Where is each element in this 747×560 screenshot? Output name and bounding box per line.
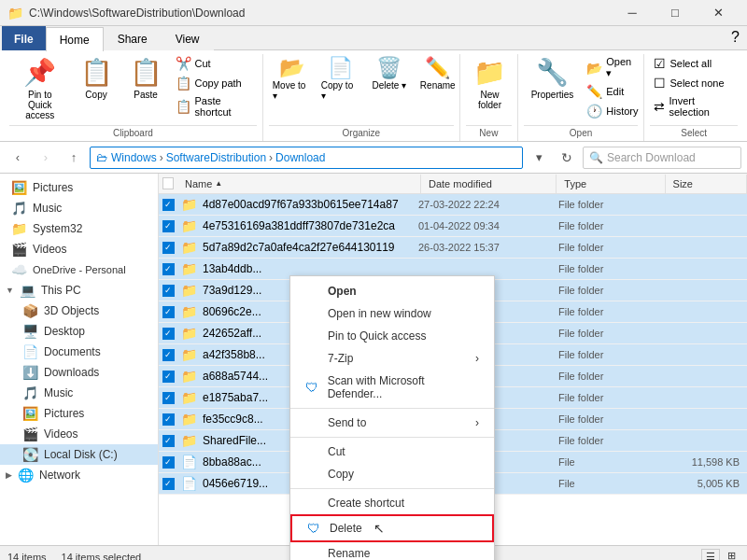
sidebar-label-music2: Music (44, 386, 73, 399)
help-button[interactable]: ? (724, 25, 747, 50)
file-checkbox[interactable]: ✓ (159, 478, 177, 490)
sidebar-item-3dobjects[interactable]: 📦 3D Objects (0, 301, 158, 321)
paste-button[interactable]: 📋 Paste (122, 54, 170, 103)
selectnone-button[interactable]: ☐Select none (650, 74, 738, 92)
sidebar-item-localdisk[interactable]: 💽 Local Disk (C:) (0, 444, 158, 465)
sidebar-item-pictures[interactable]: 🖼️ Pictures (0, 177, 158, 198)
sidebar-item-downloads[interactable]: ⬇️ Downloads (0, 362, 158, 383)
file-type: File folder (551, 325, 663, 342)
sidebar-item-documents[interactable]: 📄 Documents (0, 342, 158, 362)
file-checkbox[interactable]: ✓ (159, 306, 177, 318)
sidebar-item-videos[interactable]: 🎬 Videos (0, 239, 158, 259)
sidebar-item-onedrive[interactable]: ☁️ OneDrive - Personal (0, 259, 158, 280)
sidebar-item-music[interactable]: 🎵 Music (0, 198, 158, 218)
copyto-button[interactable]: 📄 Copy to ▾ (317, 54, 364, 103)
back-button[interactable]: ‹ (6, 146, 30, 170)
path-download[interactable]: Download (275, 151, 325, 164)
tab-home[interactable]: Home (46, 27, 104, 51)
pasteshortcut-button[interactable]: 📋Paste shortcut (172, 93, 257, 119)
ctx-7zip[interactable]: 7-Zip › (290, 347, 494, 370)
ctx-opennewwindow[interactable]: Open in new window (290, 302, 494, 325)
file-checkbox[interactable]: ✓ (159, 242, 177, 254)
file-name: 📁 4d87e00acd97f67a933b0615ee714a87 (177, 194, 411, 215)
file-checkbox[interactable]: ✓ (159, 371, 177, 383)
tab-share[interactable]: Share (104, 26, 162, 50)
context-menu: Open Open in new window Pin to Quick acc… (289, 275, 495, 560)
minimize-button[interactable]: ─ (611, 0, 654, 26)
invertselection-button[interactable]: ⇄Invert selection (650, 93, 738, 119)
properties-button[interactable]: 🔧 Properties (524, 54, 582, 103)
path-windows[interactable]: Windows (111, 151, 157, 164)
ctx-delete[interactable]: 🛡 Delete ↖ (290, 514, 494, 542)
tab-view[interactable]: View (162, 26, 214, 50)
pin-button[interactable]: 📌 Pin to Quickaccess (9, 54, 71, 123)
file-checkbox[interactable]: ✓ (159, 456, 177, 469)
videos-icon: 🎬 (11, 242, 27, 257)
ribbon-group-open: 🔧 Properties 📂Open ▾ ✏️Edit 🕐History Ope… (518, 54, 645, 141)
path-softwaredistribution[interactable]: SoftwareDistribution (166, 151, 266, 164)
search-box[interactable]: 🔍 Search Download (583, 147, 741, 169)
copypath-button[interactable]: 📋Copy path (172, 74, 257, 92)
maximize-button[interactable]: □ (654, 0, 697, 26)
file-type-icon: 📁 (181, 369, 197, 384)
sidebar-item-system32[interactable]: 📁 System32 (0, 218, 158, 239)
file-checkbox[interactable]: ✓ (159, 413, 177, 426)
forward-button[interactable]: › (34, 146, 58, 170)
file-checkbox[interactable]: ✓ (159, 263, 177, 275)
ctx-copy[interactable]: Copy (290, 463, 494, 485)
ctx-rename[interactable]: Rename (290, 542, 494, 560)
sidebar-item-videos2[interactable]: 🎬 Videos (0, 424, 158, 444)
ctx-createshortcut[interactable]: Create shortcut (290, 492, 494, 514)
close-button[interactable]: ✕ (697, 0, 740, 26)
large-icons-button[interactable]: ⊞ (724, 549, 740, 560)
file-row[interactable]: ✓ 📁 5d7a89d2c7a0afe4ca2f27e644130119 26-… (159, 237, 747, 259)
file-type-icon: 📁 (181, 304, 197, 319)
select-all-checkbox[interactable]: ✓ (162, 177, 174, 189)
col-date[interactable]: Date modified (421, 175, 557, 193)
file-row[interactable]: ✓ 📁 4d87e00acd97f67a933b0615ee714a87 27-… (159, 194, 747, 216)
newfolder-button[interactable]: 📁 Newfolder (466, 54, 514, 113)
file-size (663, 330, 747, 336)
file-checkbox[interactable]: ✓ (159, 392, 177, 404)
file-type-icon: 📄 (181, 455, 197, 469)
col-size[interactable]: Size (666, 175, 747, 193)
ctx-7zip-arrow: › (475, 352, 479, 365)
refresh-button[interactable]: ↻ (555, 146, 579, 170)
file-checkbox[interactable]: ✓ (159, 435, 177, 447)
history-button[interactable]: 🕐History (583, 102, 641, 120)
tab-file[interactable]: File (2, 26, 46, 50)
file-checkbox[interactable]: ✓ (159, 328, 177, 340)
ctx-defender[interactable]: 🛡 Scan with Microsoft Defender... (290, 370, 494, 405)
file-row[interactable]: ✓ 📁 4e75316169a381ddff73807de731e2ca 01-… (159, 216, 747, 237)
expand-path-button[interactable]: ▾ (527, 146, 551, 170)
moveto-button[interactable]: 📂 Move to ▾ (269, 54, 316, 103)
sidebar-item-desktop[interactable]: 🖥️ Desktop (0, 321, 158, 342)
sidebar-item-music2[interactable]: 🎵 Music (0, 383, 158, 403)
details-view-button[interactable]: ☰ (701, 549, 720, 560)
up-button[interactable]: ↑ (62, 146, 86, 170)
ribbon-tabs: File Home Share View ? (0, 26, 747, 50)
network-expand: ▶ (6, 470, 12, 480)
open-button[interactable]: 📂Open ▾ (583, 54, 641, 81)
ctx-cut[interactable]: Cut (290, 441, 494, 463)
col-name[interactable]: Name ▲ (177, 175, 421, 193)
selectall-button[interactable]: ☑Select all (650, 54, 738, 73)
ctx-pintoquick[interactable]: Pin to Quick access (290, 325, 494, 347)
ctx-sendto[interactable]: Send to › (290, 412, 494, 434)
rename-button[interactable]: ✏️ Rename (415, 54, 461, 92)
cut-button[interactable]: ✂️Cut (172, 54, 257, 73)
cut-icon: ✂️ (176, 56, 191, 71)
copy-button[interactable]: 📋 Copy (73, 54, 120, 103)
address-path[interactable]: 🗁 Windows › SoftwareDistribution › Downl… (90, 147, 523, 169)
ctx-open[interactable]: Open (290, 280, 494, 302)
file-checkbox[interactable]: ✓ (159, 220, 177, 232)
delete-ribbon-button[interactable]: 🗑️ Delete ▾ (366, 54, 413, 92)
file-checkbox[interactable]: ✓ (159, 285, 177, 297)
file-checkbox[interactable]: ✓ (159, 199, 177, 211)
file-checkbox[interactable]: ✓ (159, 349, 177, 361)
sidebar-item-thispc[interactable]: ▼ 💻 This PC (0, 280, 158, 301)
edit-button[interactable]: ✏️Edit (583, 82, 641, 101)
sidebar-item-pictures2[interactable]: 🖼️ Pictures (0, 403, 158, 424)
col-type[interactable]: Type (557, 175, 665, 193)
sidebar-item-network[interactable]: ▶ 🌐 Network (0, 465, 158, 485)
